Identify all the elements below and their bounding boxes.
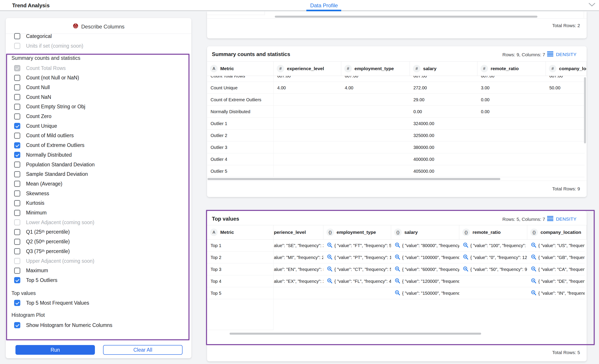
table-cell: 607.00 xyxy=(477,76,546,82)
table-cell: { "value": "100000", "frequency xyxy=(391,251,459,263)
zoom-in-icon[interactable] xyxy=(395,266,400,273)
zoom-in-icon[interactable] xyxy=(327,254,333,261)
checkbox[interactable] xyxy=(14,258,20,264)
table-cell xyxy=(546,141,585,153)
checkbox-label: Lower Adjacent (coming soon) xyxy=(26,219,94,225)
checkbox[interactable] xyxy=(14,268,20,274)
table-cell xyxy=(341,165,410,177)
cell-value: 0.00 xyxy=(481,97,490,102)
checkbox[interactable] xyxy=(14,142,20,148)
checkbox[interactable] xyxy=(14,65,20,71)
column-header-label: Metric xyxy=(220,230,234,235)
checkbox[interactable] xyxy=(14,219,20,225)
table-row: Outlier 4400000.00 xyxy=(207,153,585,165)
column-header-label: perience_level xyxy=(274,230,306,235)
checkbox[interactable] xyxy=(14,210,20,216)
checkbox[interactable] xyxy=(14,33,20,39)
object-type-icon: {} xyxy=(530,229,538,236)
vertical-scrollbar[interactable] xyxy=(584,77,586,143)
table-cell xyxy=(546,94,585,106)
table-row-content: Outlier 4400000.00 xyxy=(207,153,585,165)
checkbox[interactable] xyxy=(14,300,20,306)
zoom-in-icon[interactable] xyxy=(531,278,537,285)
total-rows-label: Total Rows: 2 xyxy=(552,23,580,28)
checkbox[interactable] xyxy=(14,43,20,49)
density-button[interactable]: DENSITY xyxy=(547,51,576,58)
cell-json-value: { "value": "100000", "frequency xyxy=(402,255,459,260)
table-row-content: Normally Distributed0.000.00 xyxy=(207,106,585,118)
checkbox[interactable] xyxy=(14,113,20,120)
cell-value: 272.00 xyxy=(413,85,427,90)
zoom-in-icon[interactable] xyxy=(395,290,400,297)
run-button[interactable]: Run xyxy=(16,345,95,355)
density-button[interactable]: DENSITY xyxy=(547,216,576,222)
zoom-in-icon[interactable] xyxy=(395,278,400,285)
table-cell-metric: Top 4 xyxy=(207,275,273,287)
clear-all-button[interactable]: Clear All xyxy=(103,345,183,355)
checkbox[interactable] xyxy=(14,248,20,254)
zoom-in-icon[interactable] xyxy=(463,266,468,273)
checkbox[interactable] xyxy=(14,152,20,158)
column-header: #company_location xyxy=(546,61,587,76)
tab-data-profile[interactable]: Data Profile xyxy=(306,0,342,11)
table-row-content: Top 1alue": "SE", "frequency": 28{ "valu… xyxy=(207,240,585,251)
checkbox[interactable] xyxy=(14,104,20,110)
checkbox-item: Normally Distributed xyxy=(14,151,72,159)
table-cell xyxy=(546,153,585,165)
table-row-content: Top 2alue": "MI", "frequency": 213{ "val… xyxy=(207,251,585,263)
checkbox[interactable] xyxy=(14,229,20,235)
zoom-in-icon[interactable] xyxy=(531,242,537,249)
checkbox-item: Count Empty String or Obj xyxy=(14,103,85,111)
zoom-in-icon[interactable] xyxy=(531,254,537,261)
chevron-down-icon[interactable] xyxy=(588,3,595,7)
zoom-in-icon[interactable] xyxy=(327,278,333,285)
zoom-in-icon[interactable] xyxy=(395,254,400,261)
horizontal-scrollbar[interactable] xyxy=(207,178,500,180)
checkbox[interactable] xyxy=(14,200,20,206)
checkbox[interactable] xyxy=(14,133,20,139)
zoom-in-icon[interactable] xyxy=(327,242,333,249)
tab-trend-analysis[interactable]: Trend Analysis xyxy=(12,0,50,11)
zoom-in-icon[interactable] xyxy=(395,242,400,249)
table-row-content: Outlier 2325000.00 xyxy=(207,130,585,141)
checkbox[interactable] xyxy=(14,239,20,245)
metric-label: Count Unique xyxy=(211,85,238,90)
table-cell: 0.00 xyxy=(410,106,477,118)
top-values-rows-columns-meta: Rows: 5, Columns: 7 xyxy=(502,217,545,222)
table-cell xyxy=(477,165,546,177)
checkbox[interactable] xyxy=(14,123,20,129)
table-cell: { "value": "GB", "frequency" xyxy=(527,251,585,263)
checkbox-item: Units if set (coming soon) xyxy=(14,42,83,50)
horizontal-scrollbar[interactable] xyxy=(275,16,537,18)
horizontal-scrollbar[interactable] xyxy=(229,333,481,335)
checkbox[interactable] xyxy=(14,84,20,90)
column-header: perience_level xyxy=(273,225,323,239)
checkbox-label: Count Unique xyxy=(26,123,57,129)
checkbox[interactable] xyxy=(14,94,20,100)
panel-title-text: Describe Columns xyxy=(81,24,124,30)
table-cell-metric: Top 3 xyxy=(207,263,273,275)
checkbox[interactable] xyxy=(14,181,20,187)
zoom-in-icon[interactable] xyxy=(531,290,537,297)
zoom-in-icon[interactable] xyxy=(463,242,468,249)
table-cell: { "value": "FT", "frequency": 588 xyxy=(323,240,391,251)
checkbox[interactable] xyxy=(14,171,20,177)
column-header: #employment_type xyxy=(341,61,410,76)
checkbox[interactable] xyxy=(14,75,20,81)
total-rows-label: Total Rows: 9 xyxy=(552,186,580,191)
object-type-icon: {} xyxy=(326,229,334,236)
table-row: Outlier 3380000.00 xyxy=(207,141,585,153)
zoom-in-icon[interactable] xyxy=(327,266,333,273)
checkbox[interactable] xyxy=(14,190,20,197)
metric-label: Count of Extreme Outliers xyxy=(211,97,261,102)
object-type-icon: {} xyxy=(462,229,470,236)
table-row: Outlier 1324000.00 xyxy=(207,118,585,130)
checkbox[interactable] xyxy=(14,277,20,283)
object-type-icon: {} xyxy=(394,229,402,236)
table-row: Outlier 5405000.00 xyxy=(207,165,585,177)
table-cell xyxy=(477,130,546,141)
zoom-in-icon[interactable] xyxy=(531,266,537,273)
zoom-in-icon[interactable] xyxy=(463,254,468,261)
checkbox[interactable] xyxy=(14,322,20,328)
checkbox[interactable] xyxy=(14,162,20,168)
